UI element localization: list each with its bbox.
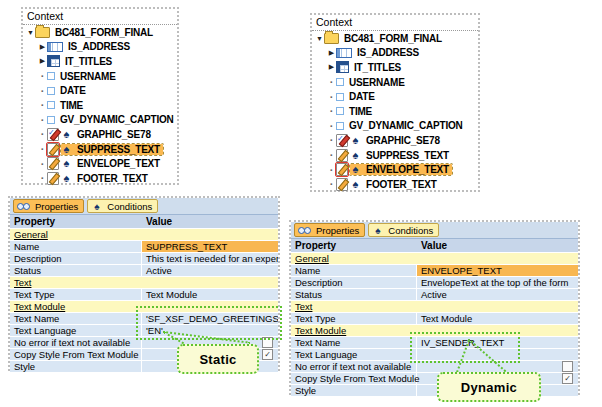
tree-item-label: ENVELOPE_TEXT bbox=[363, 164, 452, 175]
tree-item-username[interactable]: ·USERNAME bbox=[23, 69, 177, 84]
selection-highlight: ♠ENVELOPE_TEXT bbox=[350, 164, 452, 175]
page: { "colors": { "selection_highlight": "#F… bbox=[0, 0, 602, 407]
checkbox-copy-style-from-text-module[interactable]: ✓ bbox=[262, 349, 273, 360]
tab-conditions[interactable]: ♠Conditions bbox=[368, 223, 439, 237]
tree-item-graphic-se78[interactable]: ·♠GRAPHIC_SE78 bbox=[312, 133, 478, 148]
tree-item-label: USERNAME bbox=[346, 77, 408, 88]
tree-item-footer-text[interactable]: ·♠FOOTER_TEXT bbox=[312, 177, 478, 192]
tree-item-label: SUPPRESS_TEXT bbox=[74, 144, 163, 155]
property-label: No error if text not available bbox=[291, 361, 417, 372]
tree-item-label: BC481_FORM_FINAL bbox=[341, 33, 445, 44]
tree-item-it-titles[interactable]: ▶IT_TITLES bbox=[312, 60, 478, 75]
tree-item-time[interactable]: ·TIME bbox=[312, 104, 478, 119]
property-label: Text Type bbox=[291, 313, 417, 324]
static-callout: Static bbox=[177, 344, 259, 374]
tab-conditions[interactable]: ♠Conditions bbox=[87, 199, 158, 213]
tree-item-bc481-form-final[interactable]: ▼BC481_FORM_FINAL bbox=[23, 25, 177, 40]
tree-connector-dot: · bbox=[327, 105, 336, 117]
property-label: Style bbox=[10, 361, 142, 372]
expander-right-icon[interactable]: ▶ bbox=[327, 49, 336, 57]
tree-item-label: FOOTER_TEXT bbox=[74, 173, 151, 184]
tree-item-bc481-form-final[interactable]: ▼BC481_FORM_FINAL bbox=[312, 31, 478, 46]
value-text-type[interactable]: Text Module bbox=[142, 289, 278, 300]
tree-item-label: IS_ADDRESS bbox=[65, 41, 133, 52]
row-name: NameENVELOPE_TEXT bbox=[291, 265, 578, 277]
tab-properties[interactable]: Properties bbox=[13, 199, 84, 213]
row-general: General bbox=[10, 229, 278, 241]
property-label: Copy Style From Text Module bbox=[10, 349, 142, 360]
tree-item-suppress-text[interactable]: ·♠SUPPRESS_TEXT bbox=[312, 148, 478, 163]
tree-connector-dot: · bbox=[327, 120, 336, 132]
tree-item-label: BC481_FORM_FINAL bbox=[52, 27, 156, 38]
tree-item-username[interactable]: ·USERNAME bbox=[312, 75, 478, 90]
section-link[interactable]: General bbox=[291, 253, 329, 264]
tree-item-envelope-text[interactable]: ·♠ENVELOPE_TEXT bbox=[312, 162, 478, 177]
spade-node-icon: ♠ bbox=[350, 150, 361, 161]
expander-right-icon[interactable]: ▶ bbox=[38, 43, 47, 51]
variable-icon bbox=[47, 87, 55, 95]
section-link[interactable]: Text bbox=[10, 277, 31, 288]
tree-item-it-titles[interactable]: ▶IT_TITLES bbox=[23, 54, 177, 69]
tree-item-is-address[interactable]: ▶IS_ADDRESS bbox=[312, 46, 478, 61]
section-link[interactable]: Text Module bbox=[10, 301, 65, 312]
tree-item-footer-text[interactable]: ·♠FOOTER_TEXT bbox=[23, 171, 177, 186]
tree-item-label: IT_TITLES bbox=[62, 56, 115, 67]
value-name[interactable]: ENVELOPE_TEXT bbox=[417, 265, 578, 276]
variable-icon bbox=[336, 78, 344, 86]
value-description[interactable]: EnvelopeText at the top of the form bbox=[417, 277, 578, 288]
tree-item-envelope-text[interactable]: ·♠ENVELOPE_TEXT bbox=[23, 156, 177, 171]
spade-node-icon: ♠ bbox=[372, 225, 383, 236]
tree-item-suppress-text[interactable]: ·♠SUPPRESS_TEXT bbox=[23, 142, 177, 157]
spade-node-icon: ♠ bbox=[350, 179, 361, 190]
property-label: No error if text not available bbox=[10, 337, 142, 348]
column-header-property: Property bbox=[291, 240, 417, 251]
expander-down-icon[interactable]: ▼ bbox=[26, 29, 35, 36]
tree-item-label: SUPPRESS_TEXT bbox=[363, 150, 452, 161]
section-link[interactable]: Text bbox=[291, 301, 312, 312]
expander-right-icon[interactable]: ▶ bbox=[38, 57, 47, 65]
tree-item-gv-dynamic-caption[interactable]: ·GV_DYNAMIC_CAPTION bbox=[312, 119, 478, 134]
value-text-type[interactable]: Text Module bbox=[417, 313, 578, 324]
variable-icon bbox=[336, 93, 344, 101]
tree-connector-dot: · bbox=[38, 99, 47, 111]
property-label: Copy Style From Text Module bbox=[291, 373, 417, 384]
section-link[interactable]: General bbox=[10, 229, 48, 240]
spade-node-icon: ♠ bbox=[91, 201, 102, 212]
dynamic-callout: Dynamic bbox=[437, 372, 541, 402]
value-status[interactable]: Active bbox=[142, 265, 278, 276]
properties-panel-dynamic: Properties♠ConditionsPropertyValueGenera… bbox=[289, 220, 580, 395]
tree-connector-dot: · bbox=[327, 164, 336, 176]
property-label: Text Type bbox=[10, 289, 142, 300]
edit-doc-icon bbox=[336, 149, 348, 162]
value-name[interactable]: SUPPRESS_TEXT bbox=[142, 241, 278, 252]
expander-down-icon[interactable]: ▼ bbox=[315, 35, 324, 42]
property-label: Text Language bbox=[10, 325, 142, 336]
tree-item-time[interactable]: ·TIME bbox=[23, 98, 177, 113]
tree-connector-dot: · bbox=[327, 149, 336, 161]
dynamic-callout-label: Dynamic bbox=[461, 380, 517, 395]
spade-node-icon: ♠ bbox=[61, 158, 72, 169]
tree-connector-dot: · bbox=[38, 85, 47, 97]
spade-node-icon: ♠ bbox=[350, 164, 361, 175]
tree-item-gv-dynamic-caption[interactable]: ·GV_DYNAMIC_CAPTION bbox=[23, 113, 177, 128]
property-label: Text Name bbox=[10, 313, 142, 324]
tab-properties[interactable]: Properties bbox=[294, 223, 365, 237]
tree-item-label: USERNAME bbox=[57, 71, 119, 82]
open-folder-icon bbox=[324, 33, 339, 44]
tree-item-date[interactable]: ·DATE bbox=[23, 83, 177, 98]
section-link[interactable]: Text Module bbox=[291, 325, 346, 336]
variable-icon bbox=[336, 107, 344, 115]
tree-item-label: GRAPHIC_SE78 bbox=[74, 129, 154, 140]
checkbox-no-error-if-text-not-available[interactable] bbox=[562, 361, 573, 372]
value-status[interactable]: Active bbox=[417, 289, 578, 300]
change-doc-icon bbox=[336, 134, 348, 147]
tree-item-graphic-se78[interactable]: ·♠GRAPHIC_SE78 bbox=[23, 127, 177, 142]
checkbox-copy-style-from-text-module[interactable]: ✓ bbox=[562, 373, 573, 384]
tree-item-is-address[interactable]: ▶IS_ADDRESS bbox=[23, 40, 177, 55]
variable-icon bbox=[47, 72, 55, 80]
context-panel-static: Context ▼BC481_FORM_FINAL▶IS_ADDRESS▶IT_… bbox=[21, 7, 179, 185]
expander-right-icon[interactable]: ▶ bbox=[327, 63, 336, 71]
tree-item-date[interactable]: ·DATE bbox=[312, 89, 478, 104]
value-description[interactable]: This text is needed for an experiment! bbox=[142, 253, 278, 264]
structure-icon bbox=[336, 48, 352, 58]
